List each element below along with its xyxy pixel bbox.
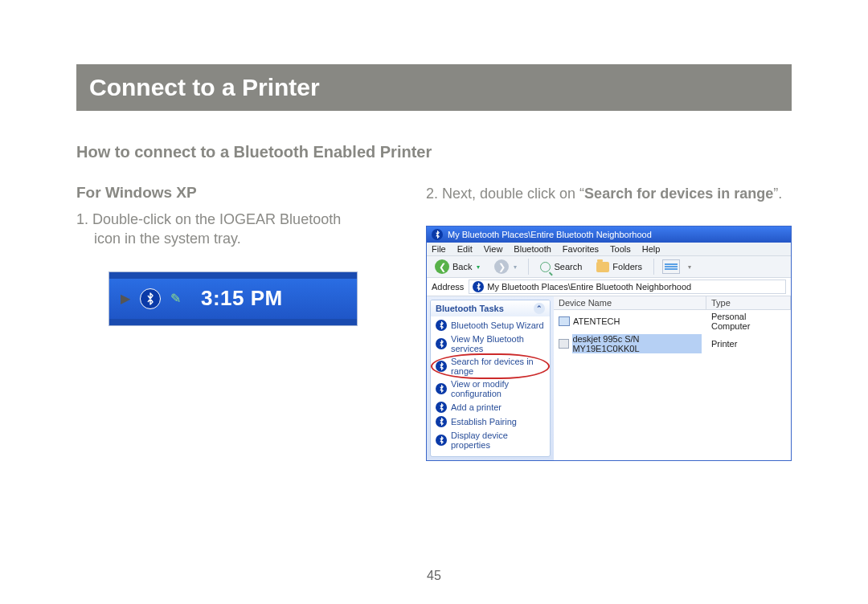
address-field[interactable]: My Bluetooth Places\Entire Bluetooth Nei… xyxy=(469,280,786,294)
task-label: Establish Pairing xyxy=(451,417,517,426)
task-device-properties[interactable]: Display device properties xyxy=(434,429,547,451)
step-1-text: Double-click on the IOGEAR Bluetooth ico… xyxy=(92,211,341,247)
view-icon xyxy=(665,268,678,270)
folders-label: Folders xyxy=(612,262,642,271)
bluetooth-icon xyxy=(436,402,447,413)
folders-button[interactable]: Folders xyxy=(593,261,645,273)
tray-pen-icon: ✎ xyxy=(166,289,185,308)
view-icon xyxy=(665,263,678,265)
task-setup-wizard[interactable]: Bluetooth Setup Wizard xyxy=(434,318,547,333)
right-column: 2. Next, double click on “Search for dev… xyxy=(426,184,792,461)
view-icon xyxy=(665,266,678,267)
step-1: 1. Double-click on the IOGEAR Bluetooth … xyxy=(76,210,362,249)
task-label: View My Bluetooth services xyxy=(451,334,545,353)
toolbar-separator xyxy=(653,259,654,275)
menu-edit[interactable]: Edit xyxy=(457,244,473,254)
bluetooth-icon xyxy=(432,229,443,240)
task-view-config[interactable]: View or modify configuration xyxy=(434,378,547,400)
step-2-number: 2. xyxy=(426,186,442,202)
chevron-down-icon: ▾ xyxy=(688,263,691,271)
bluetooth-icon xyxy=(436,361,447,372)
search-icon xyxy=(540,262,551,272)
forward-arrow-icon: ❯ xyxy=(494,259,509,274)
tray-clock: 3:15 PM xyxy=(201,286,283,311)
explorer-toolbar: ❮ Back ▾ ❯ ▾ Search Folde xyxy=(427,256,791,278)
step-2-text-b: ”. xyxy=(773,186,782,202)
menu-help[interactable]: Help xyxy=(642,244,661,254)
chevron-down-icon: ▾ xyxy=(514,263,517,271)
explorer-body: Bluetooth Tasks ⌃ Bluetooth Setup Wizard xyxy=(427,296,791,460)
folder-icon xyxy=(596,262,609,272)
address-value: My Bluetooth Places\Entire Bluetooth Nei… xyxy=(487,282,691,292)
os-heading: For Windows XP xyxy=(76,184,362,202)
task-label: View or modify configuration xyxy=(451,379,545,398)
figure-system-tray: ▶ ✎ 3:15 PM xyxy=(108,271,358,326)
bluetooth-icon xyxy=(436,416,447,427)
task-establish-pairing[interactable]: Establish Pairing xyxy=(434,414,547,429)
column-device-name[interactable]: Device Name xyxy=(554,296,706,309)
device-type: Personal Computer xyxy=(706,310,791,333)
section-title-bar: Connect to a Printer xyxy=(76,64,792,111)
page-number: 45 xyxy=(0,569,868,583)
menu-bluetooth[interactable]: Bluetooth xyxy=(514,244,551,254)
menu-tools[interactable]: Tools xyxy=(610,244,631,254)
step-2-text-a: Next, double click on “ xyxy=(442,186,584,202)
explorer-title-text: My Bluetooth Places\Entire Bluetooth Nei… xyxy=(448,230,652,239)
device-name: ATENTECH xyxy=(573,316,620,326)
tasks-list: Bluetooth Setup Wizard View My Bluetooth… xyxy=(431,316,550,456)
search-label: Search xyxy=(554,262,582,271)
section-title: Connect to a Printer xyxy=(89,74,779,101)
column-type[interactable]: Type xyxy=(706,296,791,309)
computer-icon xyxy=(559,316,570,326)
left-column: For Windows XP 1. Double-click on the IO… xyxy=(76,184,362,461)
explorer-titlebar: My Bluetooth Places\Entire Bluetooth Nei… xyxy=(427,226,791,243)
task-label: Bluetooth Setup Wizard xyxy=(451,320,544,330)
manual-page: Connect to a Printer How to connect to a… xyxy=(0,0,868,604)
task-label: Add a printer xyxy=(451,402,502,412)
two-column-layout: For Windows XP 1. Double-click on the IO… xyxy=(76,184,792,461)
bluetooth-icon xyxy=(436,338,447,349)
step-2-bold: Search for devices in range xyxy=(584,186,773,202)
menu-file[interactable]: File xyxy=(432,244,446,254)
task-label: Display device properties xyxy=(451,431,545,450)
menu-view[interactable]: View xyxy=(484,244,503,254)
device-row[interactable]: deskjet 995c S/N MY19E1C0KK0L Printer xyxy=(554,333,791,355)
back-label: Back xyxy=(452,262,472,271)
explorer-content-pane: Device Name Type ATENTECH Personal Compu… xyxy=(554,296,791,460)
bluetooth-tasks-panel: Bluetooth Tasks ⌃ Bluetooth Setup Wizard xyxy=(430,300,551,457)
task-add-printer[interactable]: Add a printer xyxy=(434,400,547,414)
search-button[interactable]: Search xyxy=(537,261,585,273)
bluetooth-tray-icon[interactable] xyxy=(140,288,161,309)
address-label: Address xyxy=(432,282,464,292)
back-button[interactable]: ❮ Back ▾ xyxy=(432,259,483,275)
step-1-number: 1. xyxy=(76,211,92,227)
collapse-chevron-icon: ⌃ xyxy=(534,303,545,314)
task-view-services[interactable]: View My Bluetooth services xyxy=(434,333,547,355)
back-arrow-icon: ❮ xyxy=(435,259,449,274)
system-tray-bar: ▶ ✎ 3:15 PM xyxy=(109,279,357,319)
tasks-panel-title: Bluetooth Tasks xyxy=(436,304,504,313)
section-subhead: How to connect to a Bluetooth Enabled Pr… xyxy=(76,143,792,161)
content-columns-header: Device Name Type xyxy=(554,296,791,310)
toolbar-separator xyxy=(528,259,529,275)
bluetooth-icon xyxy=(436,383,447,394)
bluetooth-icon xyxy=(436,320,447,331)
device-row[interactable]: ATENTECH Personal Computer xyxy=(554,310,791,333)
forward-button[interactable]: ❯ ▾ xyxy=(491,259,520,275)
bluetooth-icon xyxy=(436,435,447,446)
tasks-panel-header[interactable]: Bluetooth Tasks ⌃ xyxy=(431,300,550,316)
device-name: deskjet 995c S/N MY19E1C0KK0L xyxy=(572,334,702,353)
view-mode-button[interactable] xyxy=(662,259,680,274)
figure-explorer-window: My Bluetooth Places\Entire Bluetooth Nei… xyxy=(426,226,792,461)
task-search-devices[interactable]: Search for devices in range xyxy=(434,355,547,378)
bluetooth-icon xyxy=(473,281,484,292)
explorer-menubar: File Edit View Bluetooth Favorites Tools… xyxy=(427,243,791,256)
chevron-down-icon: ▾ xyxy=(477,263,480,271)
step-2: 2. Next, double click on “Search for dev… xyxy=(426,184,792,203)
menu-favorites[interactable]: Favorites xyxy=(563,244,599,254)
explorer-side-pane: Bluetooth Tasks ⌃ Bluetooth Setup Wizard xyxy=(427,296,554,460)
tray-flag-icon: ▶ xyxy=(116,289,135,308)
device-type: Printer xyxy=(706,337,791,350)
printer-icon xyxy=(559,339,569,349)
explorer-address-bar: Address My Bluetooth Places\Entire Bluet… xyxy=(427,278,791,296)
